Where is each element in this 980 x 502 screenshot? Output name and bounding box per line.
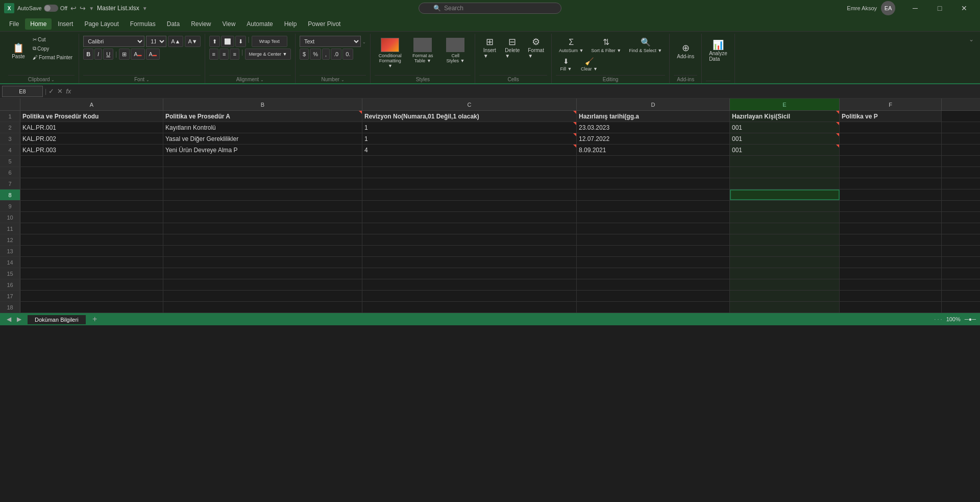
list-item[interactable] bbox=[163, 212, 362, 223]
list-item[interactable] bbox=[163, 246, 362, 256]
list-item[interactable] bbox=[362, 223, 577, 234]
col-header-B[interactable]: B bbox=[163, 99, 362, 110]
decrease-decimal-button[interactable]: 0. bbox=[342, 49, 353, 60]
list-item[interactable] bbox=[730, 291, 840, 301]
list-item[interactable] bbox=[730, 189, 840, 200]
format-button[interactable]: ⚙ Format▼ bbox=[525, 36, 547, 60]
list-item[interactable] bbox=[20, 246, 163, 256]
number-format-select[interactable]: Text bbox=[300, 36, 361, 47]
zoom-slider-icon[interactable]: ─●─ bbox=[965, 316, 976, 322]
list-item[interactable]: Hazırlayan Kişi(Sicil bbox=[730, 111, 840, 122]
accounting-button[interactable]: $ bbox=[300, 49, 309, 60]
quick-access-icon[interactable]: ▼ bbox=[89, 6, 94, 11]
list-item[interactable] bbox=[840, 223, 942, 234]
cell-styles-button[interactable]: CellStyles ▼ bbox=[440, 36, 471, 65]
align-middle-button[interactable]: ⬜ bbox=[221, 36, 234, 47]
list-item[interactable] bbox=[20, 257, 163, 268]
list-item[interactable] bbox=[20, 234, 163, 245]
menu-help[interactable]: Help bbox=[279, 18, 302, 30]
menu-view[interactable]: View bbox=[217, 18, 241, 30]
align-top-button[interactable]: ⬆ bbox=[209, 36, 220, 47]
cut-button[interactable]: ✂ Cut bbox=[31, 36, 75, 43]
undo-icon[interactable]: ↩ bbox=[70, 4, 77, 12]
list-item[interactable] bbox=[20, 302, 163, 313]
list-item[interactable] bbox=[730, 212, 840, 223]
list-item[interactable] bbox=[577, 189, 730, 200]
list-item[interactable] bbox=[840, 302, 942, 313]
increase-decimal-button[interactable]: .0 bbox=[331, 49, 341, 60]
col-header-F[interactable]: F bbox=[840, 99, 942, 110]
list-item[interactable] bbox=[362, 234, 577, 245]
maximize-button[interactable]: □ bbox=[928, 0, 951, 16]
list-item[interactable]: Kayıtların Kontrolü bbox=[163, 122, 362, 133]
underline-button[interactable]: U bbox=[103, 49, 113, 60]
list-item[interactable] bbox=[163, 279, 362, 290]
list-item[interactable] bbox=[163, 167, 362, 178]
list-item[interactable] bbox=[840, 279, 942, 290]
find-select-button[interactable]: 🔍 Find & Select ▼ bbox=[626, 36, 665, 55]
list-item[interactable] bbox=[577, 212, 730, 223]
list-item[interactable] bbox=[840, 212, 942, 223]
conditional-formatting-button[interactable]: ConditionalFormatting ▼ bbox=[375, 36, 405, 70]
close-button[interactable]: ✕ bbox=[952, 0, 976, 16]
formula-cancel-icon[interactable]: ✕ bbox=[57, 87, 63, 95]
list-item[interactable] bbox=[163, 234, 362, 245]
list-item[interactable] bbox=[577, 167, 730, 178]
list-item[interactable] bbox=[840, 122, 942, 133]
list-item[interactable] bbox=[362, 257, 577, 268]
list-item[interactable] bbox=[840, 291, 942, 301]
font-color-button[interactable]: A▬ bbox=[146, 49, 160, 60]
align-left-button[interactable]: ≡ bbox=[209, 49, 218, 60]
format-as-table-button[interactable]: Format asTable ▼ bbox=[407, 36, 438, 65]
list-item[interactable] bbox=[840, 268, 942, 279]
border-button[interactable]: ⊞ bbox=[119, 49, 130, 60]
list-item[interactable] bbox=[362, 302, 577, 313]
list-item[interactable]: 8.09.2021 bbox=[577, 145, 730, 155]
list-item[interactable]: 23.03.2023 bbox=[577, 122, 730, 133]
list-item[interactable] bbox=[20, 268, 163, 279]
formula-fx-icon[interactable]: fx bbox=[66, 87, 71, 95]
formula-check-icon[interactable]: ✓ bbox=[48, 87, 54, 95]
list-item[interactable] bbox=[840, 257, 942, 268]
list-item[interactable]: 4 bbox=[362, 145, 577, 155]
user-avatar[interactable]: EA bbox=[881, 1, 895, 15]
bold-button[interactable]: B bbox=[83, 49, 93, 60]
add-sheet-button[interactable]: + bbox=[90, 314, 100, 324]
list-item[interactable] bbox=[163, 156, 362, 166]
menu-data[interactable]: Data bbox=[162, 18, 185, 30]
list-item[interactable] bbox=[730, 257, 840, 268]
ribbon-collapse[interactable]: ⌄ bbox=[967, 34, 976, 83]
menu-page-layout[interactable]: Page Layout bbox=[79, 18, 124, 30]
list-item[interactable] bbox=[840, 167, 942, 178]
list-item[interactable]: 001 bbox=[730, 133, 840, 144]
list-item[interactable] bbox=[840, 201, 942, 211]
list-item[interactable] bbox=[730, 246, 840, 256]
list-item[interactable] bbox=[163, 223, 362, 234]
font-grow-button[interactable]: A▲ bbox=[168, 36, 183, 47]
list-item[interactable] bbox=[840, 178, 942, 189]
list-item[interactable]: Politika ve P bbox=[840, 111, 942, 122]
list-item[interactable] bbox=[362, 156, 577, 166]
cell-reference-input[interactable] bbox=[2, 86, 43, 97]
align-bottom-button[interactable]: ⬇ bbox=[235, 36, 246, 47]
clear-button[interactable]: 🧹 Clear ▼ bbox=[578, 56, 601, 73]
col-header-A[interactable]: A bbox=[20, 99, 163, 110]
list-item[interactable] bbox=[362, 246, 577, 256]
list-item[interactable] bbox=[20, 201, 163, 211]
list-item[interactable]: Revizyon No(Numara,01 Değil,1 olacak) bbox=[362, 111, 577, 122]
menu-insert[interactable]: Insert bbox=[53, 18, 78, 30]
autosum-button[interactable]: Σ AutoSum ▼ bbox=[556, 36, 586, 55]
list-item[interactable] bbox=[577, 246, 730, 256]
search-box[interactable]: 🔍 Search bbox=[419, 3, 561, 14]
list-item[interactable] bbox=[730, 223, 840, 234]
font-shrink-button[interactable]: A▼ bbox=[185, 36, 200, 47]
list-item[interactable]: 1 bbox=[362, 122, 577, 133]
list-item[interactable] bbox=[840, 145, 942, 155]
list-item[interactable] bbox=[577, 201, 730, 211]
menu-review[interactable]: Review bbox=[186, 18, 216, 30]
menu-automate[interactable]: Automate bbox=[241, 18, 278, 30]
list-item[interactable] bbox=[362, 201, 577, 211]
menu-formulas[interactable]: Formulas bbox=[125, 18, 161, 30]
list-item[interactable] bbox=[577, 234, 730, 245]
list-item[interactable]: KAL.PR.003 bbox=[20, 145, 163, 155]
